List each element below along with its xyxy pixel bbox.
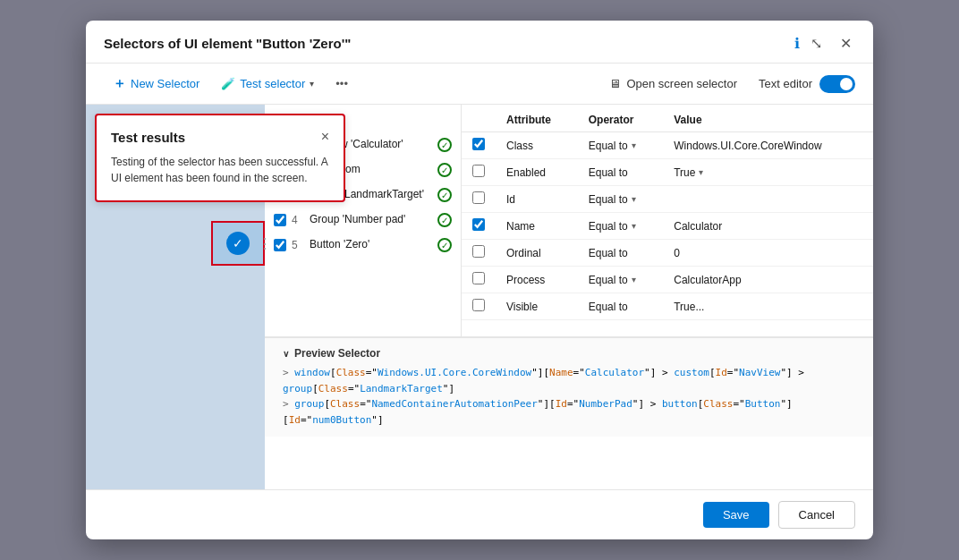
attribute-value: CalculatorApp bbox=[663, 267, 873, 293]
operator-chevron-icon: ▾ bbox=[632, 221, 636, 231]
line2-val-class: NamedContainerAutomationPeer bbox=[371, 398, 537, 410]
line1-val-name: Calculator bbox=[585, 367, 644, 378]
attr-col-attribute: Attribute bbox=[496, 105, 578, 132]
chevron-right-icon: ∨ bbox=[283, 349, 289, 359]
element-checkbox[interactable] bbox=[274, 214, 286, 226]
plus-icon: ＋ bbox=[113, 75, 126, 92]
attribute-row: OrdinalEqual to0 bbox=[462, 240, 873, 267]
element-number: 4 bbox=[292, 214, 304, 226]
line1-arrow: > bbox=[283, 367, 294, 378]
text-editor-toggle[interactable] bbox=[819, 75, 855, 93]
line2-val-id: NumberPad bbox=[579, 398, 632, 410]
new-selector-button[interactable]: ＋ New Selector bbox=[104, 71, 208, 97]
attr-col-value: Value bbox=[663, 105, 873, 132]
line1-attr-id: Id bbox=[716, 367, 727, 378]
selectors-dialog: Selectors of UI element "Button 'Zero'" … bbox=[86, 21, 873, 539]
chevron-down-icon: ▾ bbox=[310, 79, 314, 89]
line2-val-class2: Button bbox=[745, 398, 781, 410]
attribute-checkbox[interactable] bbox=[472, 218, 485, 231]
preview-title: Preview Selector bbox=[294, 347, 380, 360]
attribute-checkbox[interactable] bbox=[472, 191, 485, 204]
dialog-title: Selectors of UI element "Button 'Zero'" bbox=[104, 36, 787, 51]
popup-header: Test results × bbox=[111, 130, 329, 145]
cancel-button[interactable]: Cancel bbox=[778, 501, 855, 529]
test-selector-label: Test selector bbox=[240, 77, 305, 90]
attr-col-operator: Operator bbox=[578, 105, 664, 132]
line1-attr-class2: Class bbox=[318, 383, 348, 395]
attribute-operator: Equal to▾ bbox=[578, 132, 664, 159]
attribute-checkbox[interactable] bbox=[472, 299, 485, 311]
line2-attr-class2: Class bbox=[703, 398, 733, 410]
attribute-value: Windows.UI.Core.CoreWindow bbox=[663, 132, 873, 159]
dialog-footer: Save Cancel bbox=[86, 489, 873, 539]
restore-button[interactable]: ⤡ bbox=[807, 33, 826, 54]
attribute-name: Enabled bbox=[496, 159, 578, 186]
save-button[interactable]: Save bbox=[703, 502, 769, 528]
element-success-icon: ✓ bbox=[437, 213, 452, 227]
open-screen-selector-button[interactable]: 🖥 Open screen selector bbox=[600, 72, 746, 95]
attribute-row: ProcessEqual to▾CalculatorApp bbox=[462, 267, 873, 293]
more-options-button[interactable]: ••• bbox=[327, 72, 357, 95]
attribute-row: VisibleEqual toTrue... bbox=[462, 293, 873, 320]
element-success-icon: ✓ bbox=[437, 163, 452, 177]
toolbar-right: 🖥 Open screen selector Text editor bbox=[600, 72, 855, 95]
element-success-icon: ✓ bbox=[437, 238, 452, 252]
preview-line-2: > group[Class="NamedContainerAutomationP… bbox=[283, 396, 855, 428]
attribute-value: True▾ bbox=[663, 159, 873, 186]
line1-val-class2: LandmarkTarget bbox=[360, 383, 443, 395]
attribute-row: NameEqual to▾Calculator bbox=[462, 213, 873, 240]
attributes-table: Attribute Operator Value ClassEqual to▾W… bbox=[462, 105, 873, 320]
attributes-panel: Attribute Operator Value ClassEqual to▾W… bbox=[462, 105, 873, 336]
attribute-operator: Equal to▾ bbox=[578, 186, 664, 213]
operator-chevron-icon: ▾ bbox=[632, 275, 636, 284]
preview-content: > window[Class="Windows.UI.Core.CoreWind… bbox=[283, 365, 855, 428]
element-row: 4Group 'Number pad'✓ bbox=[265, 208, 461, 233]
attribute-value: 0 bbox=[663, 240, 873, 267]
element-checkbox[interactable] bbox=[274, 239, 286, 251]
toolbar: ＋ New Selector 🧪 Test selector ▾ ••• 🖥 O… bbox=[86, 64, 873, 105]
right-panel: Elements 1Window 'Calculator'✓2UI Custom… bbox=[265, 105, 873, 489]
attribute-row: EnabledEqual toTrue▾ bbox=[462, 159, 873, 186]
close-button[interactable]: ✕ bbox=[836, 33, 855, 54]
line2-attr-class: Class bbox=[330, 398, 360, 410]
attribute-operator: Equal to▾ bbox=[578, 213, 664, 240]
operator-chevron-icon: ▾ bbox=[632, 140, 636, 150]
attribute-row: ClassEqual to▾Windows.UI.Core.CoreWindow bbox=[462, 132, 873, 159]
highlighted-element-area: ✓ ⋮ bbox=[211, 221, 265, 266]
attribute-name: Ordinal bbox=[496, 240, 578, 267]
element-name: Group 'Number pad' bbox=[310, 213, 432, 227]
line1-keyword-window: window bbox=[294, 367, 330, 378]
screen-icon: 🖥 bbox=[609, 77, 621, 90]
info-icon[interactable]: ℹ bbox=[794, 35, 800, 52]
line2-arrow: > bbox=[283, 398, 294, 410]
preview-header[interactable]: ∨ Preview Selector bbox=[283, 347, 855, 360]
test-results-popup: Test results × Testing of the selector h… bbox=[95, 114, 345, 202]
popup-title: Test results bbox=[111, 130, 185, 145]
attribute-operator: Equal to bbox=[578, 159, 664, 186]
drag-handle-icon[interactable]: ⋮ bbox=[258, 235, 272, 252]
line1-attr-class: Class bbox=[336, 367, 366, 378]
elements-section: Elements 1Window 'Calculator'✓2UI Custom… bbox=[265, 105, 873, 337]
attribute-checkbox[interactable] bbox=[472, 272, 485, 284]
attribute-checkbox[interactable] bbox=[472, 138, 485, 150]
element-success-icon: ✓ bbox=[437, 138, 452, 152]
test-selector-button[interactable]: 🧪 Test selector ▾ bbox=[212, 72, 323, 95]
open-screen-label: Open screen selector bbox=[626, 77, 737, 90]
title-bar: Selectors of UI element "Button 'Zero'" … bbox=[86, 21, 873, 64]
main-content: Test results × Testing of the selector h… bbox=[86, 105, 873, 489]
element-name: Button 'Zero' bbox=[310, 238, 432, 252]
popup-close-button[interactable]: × bbox=[321, 130, 329, 144]
operator-chevron-icon: ▾ bbox=[632, 194, 636, 204]
preview-line-1: > window[Class="Windows.UI.Core.CoreWind… bbox=[283, 365, 855, 396]
attribute-value bbox=[663, 186, 873, 213]
line2-attr-id2: Id bbox=[289, 414, 301, 426]
element-number: 5 bbox=[292, 239, 304, 251]
attr-col-checkbox bbox=[462, 105, 496, 132]
attribute-name: Visible bbox=[496, 293, 578, 320]
attribute-operator: Equal to bbox=[578, 293, 664, 320]
attribute-checkbox[interactable] bbox=[472, 245, 485, 258]
attribute-checkbox[interactable] bbox=[472, 165, 485, 177]
attribute-value: True... bbox=[663, 293, 873, 320]
attribute-name: Class bbox=[496, 132, 578, 159]
ellipsis-icon: ••• bbox=[335, 77, 348, 90]
